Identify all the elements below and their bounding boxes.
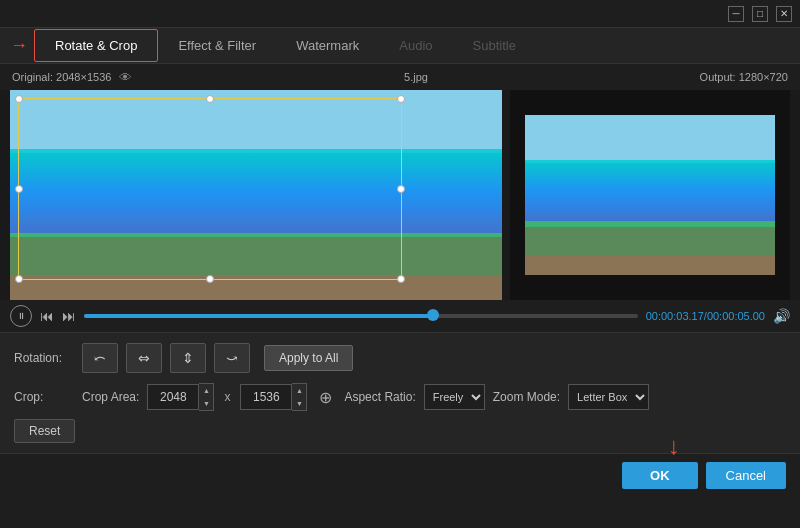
crop-center-icon[interactable]: ⊕ [319,388,332,407]
flip-h-icon: ⇔ [138,350,150,366]
next-frame-button[interactable]: ⏭ [62,308,76,324]
flip-v-icon: ⇕ [182,350,194,366]
output-resolution: Output: 1280×720 [700,71,788,83]
rotate-right-button[interactable]: ⤻ [214,343,250,373]
apply-to-all-button[interactable]: Apply to All [264,345,353,371]
crop-height-input[interactable] [240,384,292,410]
total-time: 00:00:05.00 [707,310,765,322]
preview-right [510,90,790,300]
bottom-bar: ↓ OK Cancel [0,453,800,497]
original-resolution: Original: 2048×1536 [12,71,111,83]
zoom-mode-label: Zoom Mode: [493,390,560,404]
timeline-thumb[interactable] [427,309,439,321]
crop-separator: x [224,390,230,404]
output-preview [525,115,775,275]
rotation-label: Rotation: [14,351,74,365]
crop-row: Crop: Crop Area: ▲ ▼ x ▲ ▼ ⊕ Aspect Rati… [14,383,786,411]
crop-height-up[interactable]: ▲ [292,384,306,397]
aspect-ratio-label: Aspect Ratio: [344,390,415,404]
maximize-button[interactable]: □ [752,6,768,22]
controls-area: Rotation: ⤺ ⇔ ⇕ ⤻ Apply to All Crop: Cro… [0,332,800,453]
current-time: 00:00:03.17 [646,310,704,322]
prev-frame-button[interactable]: ⏮ [40,308,54,324]
tab-arrow-indicator: → [10,35,28,56]
ok-button[interactable]: OK [622,462,698,489]
tab-bar: → Rotate & Crop Effect & Filter Watermar… [0,28,800,64]
time-display: 00:00:03.17/00:00:05.00 [646,310,765,322]
pool-bottom [10,275,502,300]
rotation-row: Rotation: ⤺ ⇔ ⇕ ⤻ Apply to All [14,343,786,373]
rotate-left-icon: ⤺ [94,350,106,366]
tab-audio: Audio [379,30,452,61]
crop-width-down[interactable]: ▼ [199,397,213,410]
flip-vertical-button[interactable]: ⇕ [170,343,206,373]
tab-watermark[interactable]: Watermark [276,30,379,61]
crop-label: Crop: [14,390,74,404]
crop-height-group: ▲ ▼ [240,383,307,411]
cancel-button[interactable]: Cancel [706,462,786,489]
rotate-right-icon: ⤻ [226,350,238,366]
tab-rotate-crop[interactable]: Rotate & Crop [34,29,158,62]
crop-width-up[interactable]: ▲ [199,384,213,397]
title-bar: ─ □ ✕ [0,0,800,28]
preview-area [0,90,800,300]
crop-height-spinner: ▲ ▼ [292,383,307,411]
filename: 5.jpg [404,71,428,83]
playback-bar: ⏸ ⏮ ⏭ 00:00:03.17/00:00:05.00 🔊 [0,300,800,332]
minimize-button[interactable]: ─ [728,6,744,22]
close-button[interactable]: ✕ [776,6,792,22]
crop-height-down[interactable]: ▼ [292,397,306,410]
ok-arrow-indicator: ↓ [668,434,680,458]
volume-icon[interactable]: 🔊 [773,308,790,324]
preview-left [10,90,502,300]
info-original: Original: 2048×1536 👁 [12,70,132,85]
pause-icon: ⏸ [17,311,26,321]
info-bar: Original: 2048×1536 👁 5.jpg Output: 1280… [0,64,800,90]
rotate-left-button[interactable]: ⤺ [82,343,118,373]
reset-button[interactable]: Reset [14,419,75,443]
source-preview-image [10,90,502,300]
crop-width-group: ▲ ▼ [147,383,214,411]
crop-area-label: Crop Area: [82,390,139,404]
pool-water [10,149,502,233]
crop-width-spinner: ▲ ▼ [199,383,214,411]
flip-horizontal-button[interactable]: ⇔ [126,343,162,373]
tab-subtitle: Subtitle [453,30,536,61]
eye-icon[interactable]: 👁 [119,70,132,85]
aspect-ratio-select[interactable]: Freely [424,384,485,410]
timeline[interactable] [84,314,638,318]
zoom-mode-select[interactable]: Letter Box [568,384,649,410]
pause-button[interactable]: ⏸ [10,305,32,327]
crop-width-input[interactable] [147,384,199,410]
timeline-fill [84,314,433,318]
tab-effect-filter[interactable]: Effect & Filter [158,30,276,61]
window-controls: ─ □ ✕ [728,6,792,22]
